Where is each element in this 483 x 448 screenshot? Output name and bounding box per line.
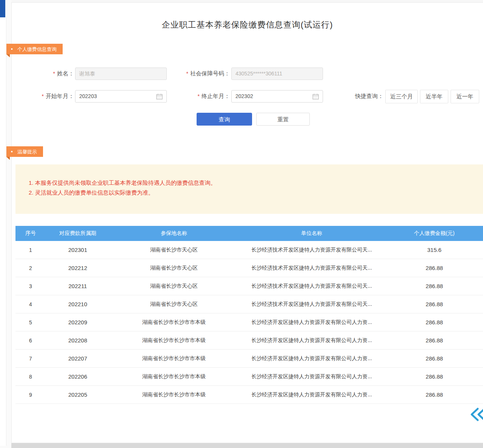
table-cell: 3 [15,283,46,289]
table-cell: 286.88 [385,301,483,307]
table-cell: 长沙经济开发区捷特人力资源开发有限公司人力资... [238,319,385,326]
table-cell: 长沙经济开发区捷特人力资源开发有限公司人力资... [238,355,385,362]
section-badge-label: 个人缴费信息查询 [17,46,57,52]
table-cell: 286.88 [385,373,483,380]
table-cell: 286.88 [385,265,483,271]
table-cell: 202212 [46,265,110,271]
page-title: 企业职工基本养老保险缴费信息查询(试运行) [12,19,483,31]
end-date-value: 202302 [235,91,253,102]
table-cell: 长沙经济技术开发区捷特人力资源开发有限公司天... [238,265,385,272]
table-cell: 6 [15,338,46,344]
table-cell: 202210 [46,301,110,307]
ssn-field: 430525******306111 [231,68,323,80]
start-date-input[interactable]: 202203 [75,90,167,103]
table-cell: 202301 [46,247,110,253]
table-row: 1202301湖南省长沙市天心区长沙经济技术开发区捷特人力资源开发有限公司天..… [15,241,483,259]
badge-bullet-icon: • [11,149,13,155]
table-cell: 湖南省长沙市长沙市市本级 [110,373,238,380]
table-cell: 长沙经济技术开发区捷特人力资源开发有限公司天... [238,283,385,290]
table-cell: 202211 [46,283,110,289]
table-cell: 202205 [46,391,110,398]
table-cell: 长沙经济开发区捷特人力资源开发有限公司人力资... [238,391,385,398]
table-cell: 286.88 [385,283,483,289]
table-cell: 湖南省长沙市长沙市市本级 [110,355,238,362]
start-date-value: 202203 [79,91,97,102]
table-cell: 286.88 [385,337,483,344]
section-badge-personal-query: •个人缴费信息查询 [6,44,63,54]
quick-btn-last-year[interactable]: 近一年 [451,90,479,103]
table-cell: 长沙经济开发区捷特人力资源开发有限公司人力资... [238,373,385,380]
quick-btn-last-3-months[interactable]: 近三个月 [385,90,418,103]
table-row: 9202205湖南省长沙市长沙市市本级长沙经济开发区捷特人力资源开发有限公司人力… [15,386,483,404]
table-cell: 长沙经济技术开发区捷特人力资源开发有限公司天... [238,247,385,253]
table-cell: 长沙经济技术开发区捷特人力资源开发有限公司天... [238,301,385,308]
table-cell: 8 [15,374,46,380]
reset-button[interactable]: 重置 [256,113,310,126]
table-cell: 7 [15,356,46,362]
required-asterisk: * [198,93,200,99]
table-cell: 202208 [46,337,110,344]
table-cell: 202209 [46,319,110,325]
col-header-seq: 序号 [15,230,46,237]
end-date-input[interactable]: 202302 [231,90,323,103]
col-header-amount: 个人缴费金额(元) [385,230,483,237]
table-row: 3202211湖南省长沙市天心区长沙经济技术开发区捷特人力资源开发有限公司天..… [15,277,483,295]
table-cell: 202206 [46,373,110,380]
name-field: 谢旭泰 [75,68,167,80]
ribbon-fold-icon [6,157,10,160]
table-row: 2202212湖南省长沙市天心区长沙经济技术开发区捷特人力资源开发有限公司天..… [15,259,483,277]
main-panel: 企业职工基本养老保险缴费信息查询(试运行) •个人缴费信息查询 *姓名： 谢旭泰… [11,2,483,443]
calendar-icon[interactable] [312,94,319,100]
quick-query-label: 快捷查询： [329,90,383,103]
table-cell: 315.6 [385,247,483,253]
table-row: 4202210湖南省长沙市天心区长沙经济技术开发区捷特人力资源开发有限公司天..… [15,295,483,313]
table-cell: 9 [15,392,46,398]
section-badge-tips: •温馨提示 [6,146,43,157]
table-cell: 湖南省长沙市天心区 [110,283,238,290]
table-header-row: 序号 对应费款所属期 参保地名称 单位名称 个人缴费金额(元) [15,226,483,241]
table-cell: 202207 [46,355,110,362]
end-date-label: *终止年月： [168,90,230,102]
ribbon-fold-icon [6,54,10,57]
table-cell: 湖南省长沙市长沙市市本级 [110,391,238,398]
table-cell: 286.88 [385,391,483,398]
col-header-period: 对应费款所属期 [46,230,110,237]
collapsed-sidebar [0,0,6,446]
col-header-company: 单位名称 [238,230,385,237]
table-row: 5202209湖南省长沙市长沙市市本级长沙经济开发区捷特人力资源开发有限公司人力… [15,313,483,331]
table-cell: 湖南省长沙市天心区 [110,265,238,272]
table-cell: 湖南省长沙市天心区 [110,301,238,308]
required-asterisk: * [53,71,55,77]
notice-line: 2. 灵活就业人员的缴费单位信息以实际缴费为准。 [29,188,475,198]
table-cell: 1 [15,247,46,253]
quick-btn-last-half-year[interactable]: 近半年 [420,90,448,103]
table-row: 8202206湖南省长沙市长沙市市本级长沙经济开发区捷特人力资源开发有限公司人力… [15,368,483,386]
table-cell: 286.88 [385,355,483,362]
required-asterisk: * [42,93,44,99]
name-label: *姓名： [12,68,74,80]
ssn-label: *社会保障号码： [168,68,230,80]
results-table: 序号 对应费款所属期 参保地名称 单位名称 个人缴费金额(元) 1202301湖… [15,226,483,404]
sidebar-brand-block [0,0,5,17]
table-cell: 286.88 [385,319,483,325]
table-cell: 2 [15,265,46,271]
table-cell: 长沙经济开发区捷特人力资源开发有限公司人力资... [238,337,385,344]
collapse-panel-chevron-icon[interactable] [469,407,483,422]
table-body: 1202301湖南省长沙市天心区长沙经济技术开发区捷特人力资源开发有限公司天..… [15,241,483,404]
table-cell: 4 [15,301,46,307]
notice-line: 1. 本服务仅提供尚未领取企业职工基本养老保险待遇人员的缴费信息查询。 [29,178,475,188]
badge-bullet-icon: • [11,46,13,52]
table-cell: 5 [15,319,46,325]
required-asterisk: * [186,71,188,77]
table-cell: 湖南省长沙市长沙市市本级 [110,319,238,326]
calendar-icon[interactable] [156,94,163,100]
table-row: 6202208湖南省长沙市长沙市市本级长沙经济开发区捷特人力资源开发有限公司人力… [15,331,483,350]
table-cell: 湖南省长沙市天心区 [110,247,238,253]
col-header-region: 参保地名称 [110,230,238,237]
start-date-label: *开始年月： [12,90,74,102]
table-cell: 湖南省长沙市长沙市市本级 [110,337,238,344]
query-button[interactable]: 查询 [197,113,252,126]
notice-box: 1. 本服务仅提供尚未领取企业职工基本养老保险待遇人员的缴费信息查询。 2. 灵… [15,164,483,214]
section-badge-label: 温馨提示 [17,149,37,155]
bottom-scrollbar-track[interactable] [11,443,483,448]
